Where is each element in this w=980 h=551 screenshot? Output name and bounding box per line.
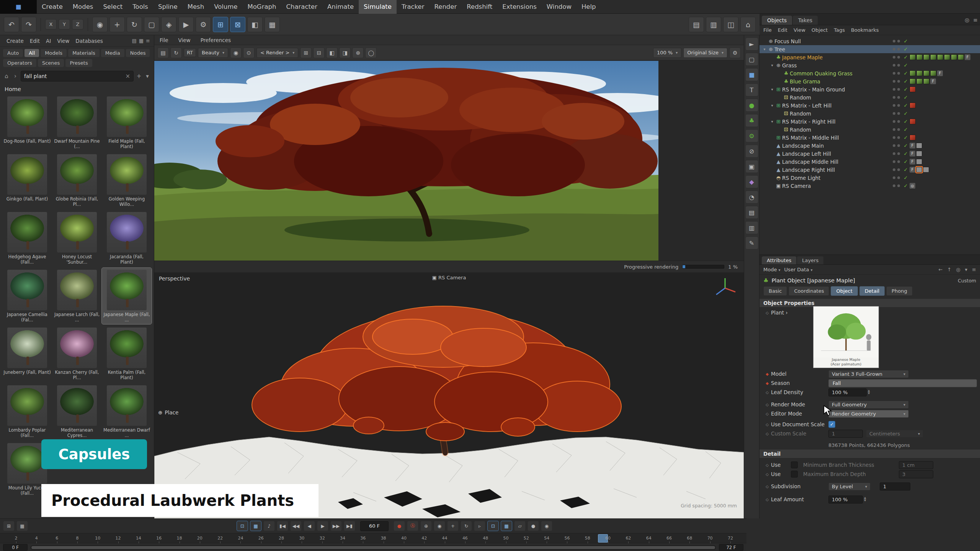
rendered-image[interactable] [154, 61, 658, 261]
user-data-menu[interactable]: User Data ▾ [784, 267, 813, 272]
redo-icon[interactable]: ↷ [21, 17, 36, 32]
ruler-tick[interactable]: 68 [685, 536, 694, 541]
plane-handle-tool[interactable]: ▢ [745, 53, 758, 66]
go-to-end-button[interactable]: ▶▮ [344, 521, 355, 531]
ruler-tick[interactable]: 64 [644, 536, 653, 541]
back-icon[interactable]: ← [938, 267, 942, 272]
object-row-random[interactable]: ⚄Random✓ [760, 109, 980, 117]
ruler-tick[interactable]: 28 [277, 536, 286, 541]
asset-item-dwarf-mountain-pine[interactable]: Dwarf Mountain Pine (... [52, 95, 102, 151]
menu-spline[interactable]: Spline [153, 0, 183, 14]
plant-preview-thumbnail[interactable]: Japanese Maple (Acer palmatum) [813, 306, 879, 368]
object-tag-chip[interactable] [910, 54, 916, 60]
object-tag-chip[interactable]: F [930, 78, 936, 84]
tab-media[interactable]: Media [101, 49, 124, 57]
add-key-button[interactable]: + [447, 521, 459, 531]
object-menu-file[interactable]: File [763, 27, 772, 33]
viewport-solo-toggle[interactable]: ⊡ [487, 521, 499, 531]
object-row-focus-null[interactable]: ⊕Focus Null✓ [760, 37, 980, 45]
enable-check-icon[interactable]: ✓ [902, 183, 910, 189]
object-tag-chip[interactable]: F [910, 159, 915, 165]
visibility-dots[interactable] [890, 56, 902, 59]
detail-header[interactable]: Detail [760, 449, 980, 458]
object-tag-chip[interactable] [916, 143, 922, 148]
channel-right-icon[interactable]: ◨ [339, 47, 351, 58]
enable-check-icon[interactable]: ✓ [902, 95, 910, 100]
object-row-random[interactable]: ⚄Random✓ [760, 126, 980, 134]
object-tag-chip[interactable]: F [910, 167, 915, 173]
object-row-landscape-right-hill[interactable]: ▲Landscape Right Hill✓F [760, 166, 980, 174]
ruler-tick[interactable]: 12 [114, 536, 123, 541]
tab-layers[interactable]: Layers [797, 256, 823, 264]
scrollbar-thumb[interactable] [31, 546, 715, 549]
tab-auto[interactable]: Auto [3, 49, 23, 57]
enable-check-icon[interactable]: ✓ [902, 86, 910, 92]
record-button[interactable]: ● [394, 521, 405, 531]
color-picker-icon[interactable]: ◯ [365, 47, 377, 58]
keyframe-diamond[interactable]: ◇ [763, 412, 771, 416]
asset-item-japanese-larch-fall[interactable]: Japanese Larch (Fall, ... [52, 268, 102, 324]
visibility-dots[interactable] [890, 136, 902, 139]
asset-item-jacaranda-fall-plant[interactable]: Jacaranda (Fall, Plant) [102, 210, 152, 266]
tab-presets[interactable]: Presets [65, 59, 92, 67]
ruler-tick[interactable]: 72 [726, 536, 735, 541]
enable-check-icon[interactable]: ✓ [902, 167, 910, 173]
enable-check-icon[interactable]: ✓ [902, 103, 910, 108]
leaf-amount-field[interactable]: 100 % [828, 496, 863, 504]
enable-check-icon[interactable]: ✓ [902, 54, 910, 60]
timeline-scrollbar[interactable] [31, 545, 716, 550]
sound-toggle[interactable]: ♪ [263, 521, 275, 531]
enable-check-icon[interactable]: ✓ [902, 151, 910, 156]
visibility-dots[interactable] [890, 184, 902, 187]
panel-menu-icon[interactable]: ≡ [972, 267, 976, 272]
menu-redshift[interactable]: Redshift [462, 0, 497, 14]
plant-scatter-tool[interactable]: ♣ [745, 114, 758, 127]
object-row-tree[interactable]: ▾⊕Tree✓ [760, 45, 980, 53]
object-row-rs-matrix-left-hill[interactable]: ▾⊞RS Matrix - Left Hill✓ [760, 101, 980, 109]
object-row-rs-dome-light[interactable]: ◓RS Dome Light✓ [760, 174, 980, 182]
use-document-scale-checkbox[interactable]: ✓ [828, 421, 835, 428]
keyframe-diamond[interactable]: ◇ [763, 472, 771, 476]
menu-animate[interactable]: Animate [322, 0, 359, 14]
object-tag-chip[interactable] [910, 86, 916, 92]
keyframe-diamond[interactable]: ◇ [763, 422, 771, 427]
ruler-tick[interactable]: 26 [256, 536, 266, 541]
tab-materials[interactable]: Materials [68, 49, 100, 57]
asset-item-lombardy-poplar-fall[interactable]: Lombardy Poplar (Fall... [2, 383, 52, 440]
object-menu-object[interactable]: Object [812, 27, 828, 33]
mograph-tool[interactable]: ◆ [745, 175, 758, 188]
render-lock-toggle[interactable]: ▦ [501, 521, 512, 531]
ruler-tick[interactable]: 6 [52, 536, 62, 541]
play-button[interactable]: ▶ [317, 521, 328, 531]
asset-item-golden-weeping-willo[interactable]: Golden Weeping Willo... [102, 152, 152, 209]
sphere-primitive-tool[interactable]: ● [745, 99, 758, 112]
ab-compare-icon[interactable]: ⊟ [313, 47, 325, 58]
rt-toggle[interactable]: RT [184, 48, 196, 57]
season-dropdown[interactable]: Fall [828, 379, 977, 387]
asset-item-kanzan-cherry-fall-pl[interactable]: Kanzan Cherry (Fall, Pl... [52, 326, 102, 382]
ruler-tick[interactable]: 10 [93, 536, 102, 541]
ruler-tick[interactable]: 48 [481, 536, 490, 541]
enable-check-icon[interactable]: ✓ [902, 111, 910, 116]
tab-objects[interactable]: Objects [762, 16, 792, 25]
keyframe-diamond[interactable]: ◆ [763, 381, 771, 385]
menu-tracker[interactable]: Tracker [397, 0, 430, 14]
ruler-tick[interactable]: 24 [236, 536, 245, 541]
layout-animate-icon[interactable]: ▥ [706, 17, 721, 32]
ruler-tick[interactable]: 18 [175, 536, 184, 541]
asset-item-japanese-camellia-fal[interactable]: Japanese Camellia (Fal... [2, 268, 52, 324]
keyframe-diamond[interactable]: ◇ [763, 463, 771, 467]
object-tag-chip[interactable] [916, 159, 922, 165]
asset-item-dog-rose-fall-plant[interactable]: Dog-Rose (Fall, Plant) [2, 95, 52, 151]
redraw-icon[interactable]: ↻ [170, 47, 182, 58]
render-active-icon[interactable]: ◉ [230, 47, 242, 58]
ruler-tick[interactable]: 58 [583, 536, 592, 541]
asset-item-mediterranean-dwarf[interactable]: Mediterranean Dwarf ... [102, 383, 152, 440]
time-track-tool[interactable]: ◔ [745, 191, 758, 204]
ruler-tick[interactable]: 46 [461, 536, 470, 541]
subdivision-level-field[interactable]: 1 [880, 483, 910, 491]
menu-select[interactable]: Select [98, 0, 127, 14]
range-end-field[interactable]: 72 F [719, 544, 743, 551]
add-filter-icon[interactable]: + [136, 73, 142, 80]
visibility-dots[interactable] [890, 40, 902, 42]
